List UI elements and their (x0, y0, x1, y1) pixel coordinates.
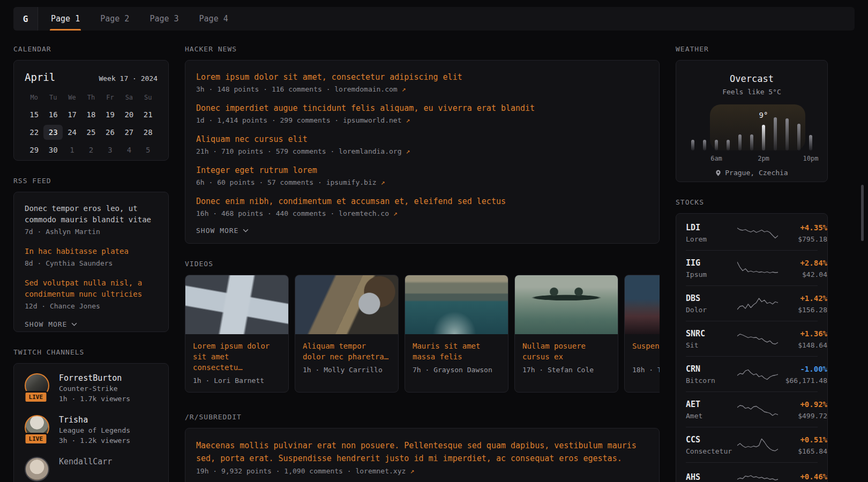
stock-sparkline-wrap (737, 470, 778, 482)
stock-row[interactable]: LDI Lorem +4.35% $795.18 (686, 215, 818, 251)
calendar-date[interactable]: 28 (139, 125, 158, 140)
calendar-date[interactable]: 15 (25, 107, 43, 122)
calendar-date[interactable]: 25 (81, 125, 100, 140)
calendar-date[interactable]: 16 (43, 107, 62, 122)
calendar-date[interactable]: 5 (139, 142, 158, 157)
twitch-channel-row[interactable]: LIVE Trisha League of Legends 3h · 1.2k … (25, 415, 158, 445)
stock-row[interactable]: AHS +0.46% (686, 463, 818, 482)
calendar-date[interactable]: 30 (43, 142, 62, 157)
stock-price: $499.72 (778, 412, 827, 420)
stock-sparkline-wrap (737, 331, 778, 347)
twitch-channel-info: Trisha League of Legends 3h · 1.2k viewe… (59, 415, 130, 445)
page-tab[interactable]: Page 1 (51, 7, 80, 31)
video-card[interactable]: Lorem ipsum dolor sit amet consectetu… 1… (185, 275, 289, 393)
hackernews-item-meta-text: 6h · 60 points · 57 comments · ipsumify.… (196, 178, 380, 186)
rss-item-title[interactable]: In hac habitasse platea (25, 246, 158, 257)
video-title[interactable]: Aliquam tempor dolor nec pharetra… (303, 341, 391, 362)
hackernews-item-title[interactable]: Integer eget rutrum lorem (196, 164, 648, 176)
page-tab[interactable]: Page 2 (100, 7, 129, 31)
rss-item-meta: 8d · Cynthia Saunders (25, 259, 158, 268)
calendar-date[interactable]: 22 (25, 125, 43, 140)
calendar-week-year: Week 17 · 2024 (99, 74, 158, 82)
calendar-date[interactable]: 1 (63, 142, 81, 157)
hackernews-item-title[interactable]: Aliquam nec cursus elit (196, 133, 648, 145)
hackernews-item-meta: 21h · 710 points · 579 comments · loreml… (196, 147, 648, 156)
hackernews-item-meta-text: 21h · 710 points · 579 comments · loreml… (196, 147, 406, 155)
external-link-icon[interactable]: ↗ (402, 85, 406, 93)
twitch-channel-row[interactable]: LIVE ForrestBurton Counter-Strike 1h · 1… (25, 373, 158, 403)
twitch-channel-name[interactable]: Trisha (59, 415, 130, 425)
calendar-date[interactable]: 4 (119, 142, 138, 157)
calendar-date[interactable]: 2 (81, 142, 100, 157)
video-thumbnail[interactable] (515, 275, 618, 334)
weather-bar: 10pm (809, 104, 812, 150)
video-title[interactable]: Mauris sit amet massa felis (413, 341, 500, 362)
twitch-channel-row[interactable]: LIVE KendallCarr (25, 457, 158, 481)
calendar-date[interactable]: 23 (43, 125, 62, 140)
rss-show-more-button[interactable]: SHOW MORE (25, 320, 77, 328)
scrollbar-thumb[interactable] (861, 185, 864, 241)
calendar-date[interactable]: 19 (101, 107, 119, 122)
video-card[interactable]: Mauris sit amet massa felis 7h · Grayson… (405, 275, 508, 393)
video-card[interactable]: Aliquam tempor dolor nec pharetra… 1h · … (295, 275, 399, 393)
stock-values: +4.35% $795.18 (778, 223, 827, 243)
rss-item-title[interactable]: Donec tempor eros leo, ut commodo mauris… (25, 203, 158, 225)
stock-row[interactable]: DBS Dolor +1.42% $156.28 (686, 286, 818, 321)
calendar-grid: Mo Tu We Th Fr Sa Su 15 (25, 92, 158, 157)
calendar-section-title: CALENDAR (13, 45, 169, 53)
subreddit-post-title[interactable]: Maecenas mollis pulvinar erat non posuer… (196, 439, 648, 465)
calendar-date[interactable]: 17 (63, 107, 81, 122)
external-link-icon[interactable]: ↗ (410, 467, 414, 475)
stock-ticker: AET (686, 400, 737, 409)
stock-row[interactable]: CCS Consectetur +0.51% $165.84 (686, 427, 818, 463)
hackernews-show-more-button[interactable]: SHOW MORE (196, 227, 249, 235)
stock-ticker: SNRC (686, 329, 737, 338)
external-link-icon[interactable]: ↗ (393, 209, 398, 217)
stock-company-name: Consectetur (686, 447, 737, 455)
calendar-date[interactable]: 26 (101, 125, 119, 140)
app-logo[interactable]: G (13, 7, 38, 31)
stock-price: $795.18 (778, 235, 827, 243)
calendar-date[interactable]: 3 (101, 142, 119, 157)
stock-price: $165.84 (778, 447, 827, 455)
stock-row[interactable]: IIG Ipsum +2.84% $42.04 (686, 251, 818, 286)
hackernews-item-title[interactable]: Donec enim nibh, condimentum et accumsan… (196, 195, 648, 207)
video-card[interactable]: Nullam posuere cursus ex 17h · Stefan Co… (514, 275, 618, 393)
calendar-date[interactable]: 24 (63, 125, 81, 140)
video-title[interactable]: Suspendisse diam (632, 341, 660, 362)
video-thumbnail[interactable] (295, 275, 398, 334)
external-link-icon[interactable]: ↗ (406, 116, 410, 124)
page-tab[interactable]: Page 3 (149, 7, 178, 31)
rss-item-title[interactable]: Sed volutpat nulla nisl, a condimentum n… (25, 277, 158, 300)
hackernews-item-title[interactable]: Donec imperdiet augue tincidunt felis al… (196, 102, 648, 114)
videos-section-title: VIDEOS (185, 260, 660, 268)
page-tab[interactable]: Page 4 (199, 7, 228, 31)
video-thumbnail[interactable] (405, 275, 508, 334)
twitch-channel-name[interactable]: ForrestBurton (59, 373, 130, 383)
twitch-section-title: TWITCH CHANNELS (13, 348, 169, 356)
video-title[interactable]: Lorem ipsum dolor sit amet consectetu… (193, 341, 281, 373)
calendar-date[interactable]: 20 (119, 107, 138, 122)
calendar-date[interactable]: 29 (25, 142, 43, 157)
weather-bar (774, 104, 777, 150)
stock-row[interactable]: CRN Bitcorn -1.00% $66,171.48 (686, 357, 818, 392)
external-link-icon[interactable]: ↗ (380, 178, 385, 186)
stock-row[interactable]: SNRC Sit +1.36% $148.64 (686, 321, 818, 357)
stock-price: $148.64 (778, 341, 827, 349)
weather-location-row[interactable]: Prague, Czechia (685, 169, 819, 177)
external-link-icon[interactable]: ↗ (406, 147, 410, 155)
calendar-date[interactable]: 18 (81, 107, 100, 122)
stock-ticker: IIG (686, 258, 737, 268)
hackernews-item-title[interactable]: Lorem ipsum dolor sit amet, consectetur … (196, 71, 648, 83)
video-thumbnail[interactable] (625, 275, 660, 334)
video-title[interactable]: Nullam posuere cursus ex (522, 341, 610, 362)
stock-row[interactable]: AET Amet +0.92% $499.72 (686, 392, 818, 427)
calendar-date[interactable]: 21 (139, 107, 158, 122)
video-card[interactable]: Suspendisse diam 18h · Tara (624, 275, 660, 393)
twitch-channel-category: League of Legends (59, 426, 130, 435)
video-thumbnail[interactable] (185, 275, 288, 334)
rss-section-title: RSS FEED (13, 177, 169, 185)
stock-sparkline (737, 260, 778, 276)
twitch-channel-name[interactable]: KendallCarr (59, 457, 112, 466)
calendar-date[interactable]: 27 (119, 125, 138, 140)
